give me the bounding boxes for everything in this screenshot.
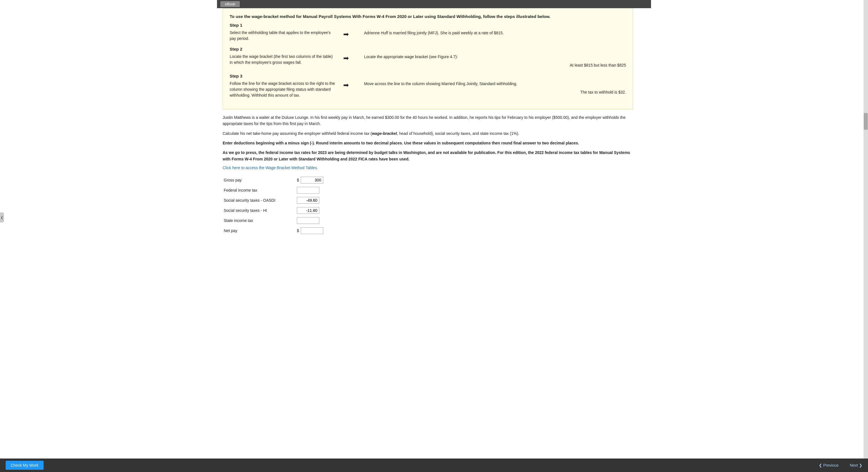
payroll-form: Gross pay $ Federal income tax Social se…	[223, 175, 330, 236]
step3-heading: Step 3	[230, 73, 626, 78]
step1-right-text: Adrienne Huff is married filing jointly …	[364, 30, 626, 36]
ebook-tab[interactable]: eBook	[220, 1, 240, 7]
gross-pay-input[interactable]	[301, 177, 323, 184]
step2-right-text: Locate the appropriate wage bracket (see…	[364, 54, 626, 68]
state-income-tax-row: State income tax	[223, 216, 330, 226]
federal-income-tax-row: Federal income tax	[223, 185, 330, 195]
step3-sub-value: The tax to withhold is $32.	[364, 89, 626, 95]
net-pay-label: Net pay	[223, 226, 296, 236]
step2-left-text: Locate the wage bracket (the first two c…	[230, 54, 337, 65]
intro-text: To use the wage-bracket method for Manua…	[230, 14, 626, 19]
net-pay-row: Net pay $	[223, 226, 330, 236]
state-income-tax-input-cell	[296, 216, 330, 226]
state-income-tax-label: State income tax	[223, 216, 296, 226]
social-security-hi-input-cell	[296, 206, 330, 216]
state-income-tax-input[interactable]	[297, 217, 319, 224]
social-security-oasdi-input[interactable]	[297, 197, 319, 204]
federal-income-tax-label: Federal income tax	[223, 185, 296, 195]
step3-left-text: Follow the line for the wage bracket acr…	[230, 81, 337, 98]
arrow-icon-3: ➡	[343, 81, 349, 89]
step1-heading: Step 1	[230, 23, 626, 28]
net-pay-dollar: $	[297, 228, 300, 233]
step2-arrow: ➡	[343, 54, 357, 62]
step1-left-text: Select the withholding table that applie…	[230, 30, 337, 41]
arrow-icon-1: ➡	[343, 30, 349, 38]
paragraph2: Calculate his net take-home pay assuming…	[223, 130, 633, 136]
social-security-hi-row: Social security taxes - HI	[223, 206, 330, 216]
step2-sub-value: At least $815 but less than $825	[364, 62, 626, 68]
step3-row: Follow the line for the wage bracket acr…	[230, 81, 626, 98]
paragraph1: Justin Matthews is a waiter at the Dulux…	[223, 114, 633, 127]
step3-right-text: Move across the line to the column showi…	[364, 81, 626, 96]
federal-income-tax-input-cell	[296, 185, 330, 195]
step2-heading: Step 2	[230, 46, 626, 52]
social-security-hi-label: Social security taxes - HI	[223, 206, 296, 216]
net-pay-input-cell: $	[296, 226, 330, 236]
paragraph4: As we go to press, the federal income ta…	[223, 150, 633, 162]
gross-pay-input-cell: $	[296, 175, 330, 185]
social-security-oasdi-input-cell	[296, 195, 330, 206]
paragraph3: Enter deductions beginning with a minus …	[223, 140, 633, 146]
wage-bracket-link[interactable]: Click here to access the Wage-Bracket Me…	[223, 165, 633, 170]
step1-arrow: ➡	[343, 30, 357, 38]
gross-pay-row: Gross pay $	[223, 175, 330, 185]
gross-pay-label: Gross pay	[223, 175, 296, 185]
federal-income-tax-input[interactable]	[297, 187, 319, 194]
arrow-icon-2: ➡	[343, 54, 349, 62]
instructions-box: To use the wage-bracket method for Manua…	[223, 8, 633, 109]
social-security-oasdi-row: Social security taxes - OASDI	[223, 195, 330, 206]
bold-italic-wagbracket: wage-bracket	[372, 131, 397, 136]
step2-row: Locate the wage bracket (the first two c…	[230, 54, 626, 68]
social-security-oasdi-label: Social security taxes - OASDI	[223, 195, 296, 206]
net-pay-input[interactable]	[301, 227, 323, 234]
social-security-hi-input[interactable]	[297, 207, 319, 214]
step1-row: Select the withholding table that applie…	[230, 30, 626, 41]
gross-pay-dollar: $	[297, 178, 300, 182]
step3-arrow: ➡	[343, 81, 357, 89]
